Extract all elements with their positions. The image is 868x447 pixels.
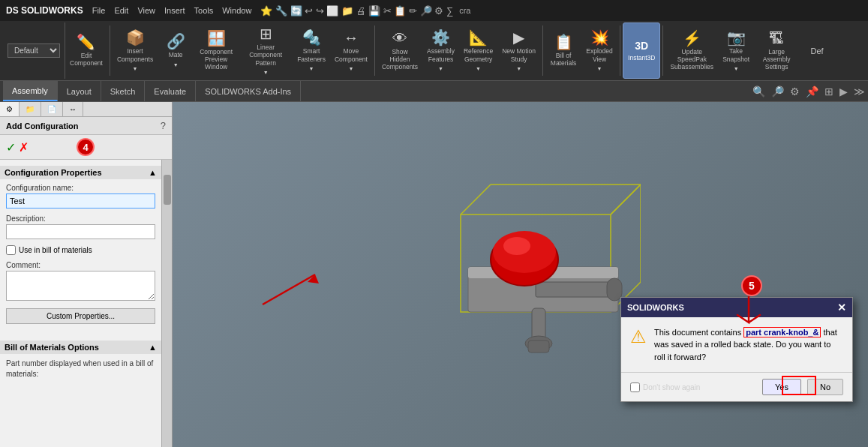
svg-rect-9: [536, 282, 618, 297]
toolbar-large-assembly[interactable]: 🏗 LargeAssemblySettings: [754, 22, 799, 79]
ok-button[interactable]: ✓: [6, 140, 16, 154]
panel-tab-tree[interactable]: 📁: [20, 102, 41, 116]
svg-line-1: [461, 184, 491, 214]
move-component-icon: ↔️: [344, 30, 359, 45]
grid-icon[interactable]: ⊞: [824, 86, 833, 98]
help-button[interactable]: ?: [161, 120, 166, 131]
use-bom-checkbox[interactable]: [6, 245, 16, 255]
no-button[interactable]: No: [807, 379, 843, 395]
tabs-bar: Assembly Layout Sketch Evaluate SOLIDWOR…: [0, 81, 868, 102]
new-motion-icon: ▶: [513, 30, 524, 45]
menu-file[interactable]: File: [92, 6, 106, 15]
tab-assembly[interactable]: Assembly: [3, 81, 58, 101]
scrollbar-thumb: [164, 175, 171, 205]
toolbar-bill-of-materials[interactable]: 📋 Bill ofMaterials: [545, 22, 581, 79]
toolbar-show-hidden[interactable]: 👁 ShowHiddenComponents: [377, 22, 422, 79]
tab-layout[interactable]: Layout: [58, 81, 101, 101]
dialog-close-button[interactable]: ✕: [837, 302, 846, 314]
toolbar-component-preview[interactable]: 🪟 ComponentPreviewWindow: [194, 22, 239, 79]
step5-arrow: [726, 296, 771, 334]
settings-icon[interactable]: ⚙: [790, 86, 800, 98]
menu-bar: File Edit View Insert Tools Window: [92, 6, 252, 15]
panel-tab-config[interactable]: ⚙: [0, 102, 20, 116]
toolbar-separator-1: [110, 26, 110, 76]
tab-sketch[interactable]: Sketch: [101, 81, 146, 101]
toolbar-define[interactable]: Def: [799, 22, 835, 79]
comment-input[interactable]: [6, 271, 155, 301]
toolbar-reference-geometry[interactable]: 📐 ReferenceGeometry ▼: [459, 22, 497, 79]
svg-rect-16: [528, 340, 549, 352]
reference-geometry-chevron-icon: ▼: [476, 66, 481, 71]
app-logo: DS SOLIDWORKS: [6, 5, 83, 16]
dont-show-row: Don't show again: [630, 382, 700, 392]
toolbar-take-snapshot[interactable]: 📷 TakeSnapshot ▼: [718, 22, 754, 79]
edit-component-icon: ✏️: [77, 34, 95, 50]
toolbar-insert-components[interactable]: 📦 InsertComponents ▼: [113, 22, 158, 79]
toolbar-exploded-view[interactable]: 💥 ExplodedView ▼: [581, 22, 617, 79]
viewport[interactable]: SOLIDWORKS ✕ ⚠ This document contains pa…: [173, 102, 868, 447]
use-bom-label: Use in bill of materials: [19, 246, 92, 254]
bill-of-materials-icon: 📋: [554, 34, 573, 50]
collapse-config-btn[interactable]: ▲: [149, 168, 157, 177]
panel-icon-tabs: ⚙ 📁 📄 ↔: [0, 102, 172, 117]
step-badge-5-container: 5: [741, 275, 762, 296]
smart-fasteners-icon: 🔩: [302, 30, 321, 45]
toolbar-new-motion[interactable]: ▶ New MotionStudy ▼: [497, 22, 540, 79]
mate-chevron-icon: ▼: [173, 62, 179, 68]
show-hidden-icon: 👁: [392, 31, 407, 46]
panel-tab-properties[interactable]: 📄: [41, 102, 63, 116]
add-config-title: Add Configuration: [6, 122, 79, 130]
toolbar-linear-pattern[interactable]: ⊞ Linear ComponentPattern ▼: [239, 22, 293, 79]
step-badge-5: 5: [741, 275, 762, 296]
collapse-bom-btn[interactable]: ▲: [149, 343, 157, 352]
3d-model: [401, 154, 641, 394]
config-dropdown[interactable]: Default: [8, 44, 60, 58]
toolbar-update-speedpak[interactable]: ⚡ UpdateSpeedPakSubassemblies: [665, 22, 718, 79]
snapshot-icon: 📷: [727, 30, 746, 45]
cancel-button[interactable]: ✗: [19, 140, 29, 154]
component-preview-icon: 🪟: [207, 31, 226, 46]
more-icon[interactable]: ≫: [854, 86, 865, 98]
arrow-icon[interactable]: ▶: [839, 86, 848, 98]
mate-icon: 🔗: [167, 34, 185, 49]
toolbar-move-component[interactable]: ↔️ MoveComponent ▼: [330, 22, 372, 79]
custom-properties-button[interactable]: Custom Properties...: [6, 308, 155, 324]
toolbar-instant3d[interactable]: 3D Instant3D: [623, 22, 660, 79]
toolbar-edit-component[interactable]: ✏️ EditComponent: [65, 22, 107, 79]
menu-window[interactable]: Window: [222, 6, 251, 15]
svg-rect-10: [607, 278, 622, 301]
description-input[interactable]: [6, 224, 155, 239]
toolbar-assembly-features[interactable]: ⚙️ AssemblyFeatures ▼: [422, 22, 459, 79]
pin-icon[interactable]: 📌: [806, 86, 818, 98]
left-panel-content: Configuration Properties ▲ Configuration…: [0, 160, 161, 447]
menu-view[interactable]: View: [137, 6, 155, 15]
add-config-header: Add Configuration ?: [0, 117, 172, 135]
panel-tab-move[interactable]: ↔: [63, 102, 83, 116]
bom-options-section: Bill of Materials Options ▲ Part number …: [0, 334, 161, 386]
config-properties-header: Configuration Properties ▲: [0, 166, 161, 179]
search-icon[interactable]: 🔍: [752, 86, 765, 98]
svg-point-13: [503, 237, 530, 255]
left-scrollbar[interactable]: [161, 160, 172, 447]
menu-insert[interactable]: Insert: [164, 6, 185, 15]
linear-pattern-icon: ⊞: [260, 26, 272, 41]
toolbar-mate[interactable]: 🔗 Mate ▼: [158, 22, 194, 79]
comment-label: Comment:: [6, 261, 155, 269]
filter-icon[interactable]: 🔎: [771, 86, 784, 98]
tab-addins[interactable]: SOLIDWORKS Add-Ins: [196, 81, 301, 101]
toolbar-separator-2: [374, 26, 375, 76]
left-panel-inner: Configuration Properties ▲ Configuration…: [0, 160, 172, 447]
insert-components-icon: 📦: [126, 30, 145, 45]
menu-tools[interactable]: Tools: [194, 6, 214, 15]
config-name-input[interactable]: [6, 194, 155, 208]
title-right: cra: [459, 6, 470, 15]
exploded-view-icon: 💥: [590, 30, 609, 45]
toolbar-smart-fasteners[interactable]: 🔩 SmartFasteners ▼: [293, 22, 330, 79]
svg-line-4: [611, 184, 641, 214]
config-name-label: Configuration name:: [6, 184, 155, 192]
dont-show-checkbox[interactable]: [630, 382, 640, 392]
tab-evaluate[interactable]: Evaluate: [145, 81, 196, 101]
menu-edit[interactable]: Edit: [114, 6, 128, 15]
dialog-footer: Don't show again Yes No: [621, 372, 852, 401]
yes-button[interactable]: Yes: [762, 379, 801, 395]
